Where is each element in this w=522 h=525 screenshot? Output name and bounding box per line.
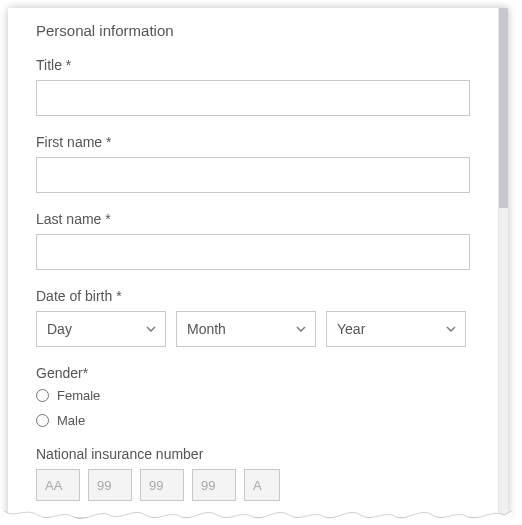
radio-male[interactable]	[36, 414, 49, 427]
field-gender: Gender* Female Male	[36, 365, 470, 428]
nin-input-2[interactable]	[88, 469, 132, 501]
form-panel: Personal information Title * First name …	[8, 8, 508, 517]
nin-input-5[interactable]	[244, 469, 280, 501]
input-first-name[interactable]	[36, 157, 470, 193]
field-last-name: Last name *	[36, 211, 470, 270]
field-title: Title *	[36, 57, 470, 116]
field-nin: National insurance number	[36, 446, 470, 501]
label-first-name: First name *	[36, 134, 470, 150]
field-first-name: First name *	[36, 134, 470, 193]
label-gender: Gender*	[36, 365, 470, 381]
nin-row	[36, 469, 470, 501]
scrollbar-track[interactable]	[498, 8, 508, 517]
label-last-name: Last name *	[36, 211, 470, 227]
radio-female[interactable]	[36, 389, 49, 402]
input-last-name[interactable]	[36, 234, 470, 270]
select-year[interactable]: Year	[326, 311, 466, 347]
input-title[interactable]	[36, 80, 470, 116]
radio-label-female: Female	[57, 388, 100, 403]
section-title: Personal information	[36, 22, 470, 39]
nin-input-3[interactable]	[140, 469, 184, 501]
label-title: Title *	[36, 57, 470, 73]
select-day-wrap: Day	[36, 311, 166, 347]
field-dob: Date of birth * Day Month Year	[36, 288, 470, 347]
label-dob: Date of birth *	[36, 288, 470, 304]
radio-row-male: Male	[36, 413, 470, 428]
gender-radio-group: Female Male	[36, 388, 470, 428]
scrollbar-thumb[interactable]	[499, 8, 508, 208]
label-nin: National insurance number	[36, 446, 470, 462]
select-day[interactable]: Day	[36, 311, 166, 347]
select-year-wrap: Year	[326, 311, 466, 347]
dob-row: Day Month Year	[36, 311, 470, 347]
form-content: Personal information Title * First name …	[8, 8, 498, 517]
nin-input-4[interactable]	[192, 469, 236, 501]
radio-label-male: Male	[57, 413, 85, 428]
select-month[interactable]: Month	[176, 311, 316, 347]
nin-input-1[interactable]	[36, 469, 80, 501]
radio-row-female: Female	[36, 388, 470, 403]
select-month-wrap: Month	[176, 311, 316, 347]
